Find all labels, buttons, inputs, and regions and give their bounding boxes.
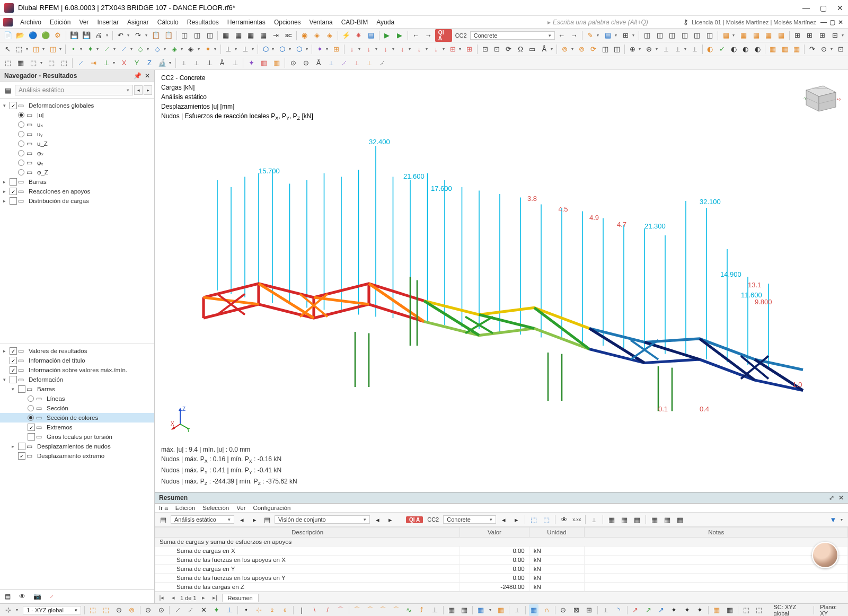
navigator-close-icon[interactable]: ✕	[145, 72, 150, 80]
tb1-k-icon[interactable]: ◈	[324, 30, 335, 41]
tb2-zk-icon[interactable]: ⟳	[588, 43, 598, 55]
tb3-h-icon[interactable]: ⊥	[100, 57, 112, 69]
refresh-icon[interactable]: 🔵	[27, 30, 39, 41]
tb3-b-icon[interactable]: ▦	[15, 57, 26, 69]
tb2-zc-icon[interactable]: ⊡	[480, 43, 490, 55]
tree-item[interactable]: ▭Desplazamiento extremo	[0, 451, 154, 461]
tb2-j-icon[interactable]: ◇	[152, 43, 163, 55]
sb-p-icon[interactable]: |	[297, 604, 306, 616]
tb1-d-icon[interactable]: ▦	[220, 30, 232, 41]
sb-h-icon[interactable]: ⟋	[186, 604, 196, 616]
tb3-e-icon[interactable]: ⬚	[58, 57, 70, 69]
tb3-y-icon[interactable]: Y	[131, 57, 143, 69]
sb-u-icon[interactable]: ⌒	[365, 604, 375, 616]
tb2-p-icon[interactable]: ⬡	[260, 43, 271, 55]
license-icon[interactable]: ⚷	[680, 16, 692, 28]
sb-g-icon[interactable]: ⟋	[173, 604, 182, 616]
tb2-zg-icon[interactable]: ▭	[527, 43, 537, 55]
tb2-zt-icon[interactable]: ✓	[717, 43, 727, 55]
menu-insertar[interactable]: Insertar	[93, 19, 123, 26]
tb2-u-icon[interactable]: ↓	[347, 43, 357, 55]
menu-ver[interactable]: Ver	[75, 19, 93, 26]
navigator-tree-bottom[interactable]: ▸▭Valores de resultados▭Información del …	[0, 344, 154, 589]
minimize-button[interactable]: —	[802, 4, 810, 12]
sum-prev1-icon[interactable]: ◂	[236, 514, 247, 525]
tb1-j-icon[interactable]: ◈	[312, 30, 323, 41]
tb1-e-icon[interactable]: ▦	[233, 30, 244, 41]
tb3-v-icon[interactable]: ⟂	[351, 57, 363, 69]
tb1-r-icon[interactable]: ▤	[602, 30, 614, 41]
sum-page-next-icon[interactable]: ▸	[199, 594, 208, 601]
loadcase-combo[interactable]: Concrete▾	[470, 31, 555, 40]
navigator-tree-top[interactable]: ▾▭Deformaciones globales▭|u|▭uₓ▭uᵧ▭u_Z▭φ…	[0, 99, 154, 344]
sum-t4-icon[interactable]: ⬚	[541, 514, 552, 525]
sb-f-icon[interactable]: ⊙	[156, 604, 166, 616]
sb-l-icon[interactable]: •	[241, 604, 251, 616]
saveall-icon[interactable]: 💾	[81, 30, 93, 41]
sum-t7-icon[interactable]: ⟂	[589, 514, 599, 525]
tb2-zz-icon[interactable]: ▦	[791, 43, 802, 55]
sum-next1-icon[interactable]: ▸	[249, 514, 260, 525]
sb-n-icon[interactable]: 2	[267, 604, 277, 616]
sb-zr-icon[interactable]: ✦	[695, 604, 705, 616]
sb-j-icon[interactable]: ✦	[212, 604, 222, 616]
keyword-search[interactable]: Escriba una palabra clave (Alt+Q)	[553, 19, 680, 26]
tb2-m-icon[interactable]: ✦	[202, 43, 213, 55]
tree-item[interactable]: ▸▭Desplazamientos de nudos	[0, 442, 154, 451]
tb3-j-icon[interactable]: ⟂	[191, 57, 202, 69]
tb2-zw-icon[interactable]: ◐	[752, 43, 763, 55]
tb1-w-icon[interactable]: ◫	[679, 30, 691, 41]
tb3-f-icon[interactable]: ⟋	[75, 57, 86, 69]
sb-zv-icon[interactable]: ⬚	[754, 604, 764, 616]
sum-prev3-icon[interactable]: ◂	[498, 514, 509, 525]
print-icon[interactable]: 🖨	[93, 30, 105, 41]
tb1-next-icon[interactable]: →	[422, 30, 434, 41]
tree-item[interactable]: ▭Giros locales por torsión	[0, 432, 154, 442]
tb2-s-icon[interactable]: ✦	[314, 43, 325, 55]
sum-t13-icon[interactable]: ▦	[675, 514, 685, 525]
menu-opciones[interactable]: Opciones	[270, 19, 305, 26]
menu-asignar[interactable]: Asignar	[123, 19, 153, 26]
tb3-t-icon[interactable]: ⟂	[325, 57, 337, 69]
tree-item[interactable]: ▭Sección	[0, 403, 154, 413]
tb3-z-icon[interactable]: Z	[144, 57, 155, 69]
sum-t5-icon[interactable]: 👁	[559, 514, 569, 525]
tb1-l-icon[interactable]: ⚡	[340, 30, 352, 41]
sum-t10-icon[interactable]: ▦	[632, 514, 642, 525]
badge-qia[interactable]: QI A	[435, 29, 452, 42]
tb1-s-icon[interactable]: ⊞	[620, 30, 632, 41]
tree-item[interactable]: ▭Información del título	[0, 356, 154, 365]
sum-t9-icon[interactable]: ▦	[619, 514, 630, 525]
menu-archivo[interactable]: Archivo	[16, 19, 46, 26]
tb2-v-icon[interactable]: ↓	[364, 43, 374, 55]
tb1-v-icon[interactable]: ◫	[666, 30, 678, 41]
sb-r-icon[interactable]: /	[323, 604, 332, 616]
tb3-r-icon[interactable]: ⊙	[300, 57, 312, 69]
sb-c-icon[interactable]: ⊙	[114, 604, 123, 616]
tb2-n-icon[interactable]: ⊥	[223, 43, 234, 55]
nav-prev-button[interactable]: ◂	[134, 85, 143, 95]
tb3-u-icon[interactable]: ⟋	[338, 57, 350, 69]
sb-b-icon[interactable]: ⬚	[101, 604, 110, 616]
tb3-a-icon[interactable]: ⬚	[2, 57, 14, 69]
sb-zh-icon[interactable]: ⊙	[559, 604, 568, 616]
sum-t3-icon[interactable]: ⬚	[528, 514, 539, 525]
tb3-w-icon[interactable]: ⟂	[364, 57, 375, 69]
tb2-ze-icon[interactable]: ⟳	[504, 43, 514, 55]
tb3-q-icon[interactable]: ⊙	[287, 57, 299, 69]
sum-t8-icon[interactable]: ▦	[606, 514, 617, 525]
sb-w-icon[interactable]: ⌒	[391, 604, 401, 616]
sum-badge-qia[interactable]: QI A	[406, 516, 423, 523]
tree-item[interactable]: ▭Líneas	[0, 394, 154, 403]
tb2-zm-icon[interactable]: ◫	[612, 43, 622, 55]
nav-bottom-cam-icon[interactable]: 📷	[32, 592, 42, 601]
sb-x-icon[interactable]: ∿	[404, 604, 413, 616]
tb2-zo-icon[interactable]: ⊕	[644, 43, 655, 55]
sum-page-last-icon[interactable]: ▸|	[210, 594, 220, 601]
tree-item[interactable]: ▭|u|	[0, 110, 154, 120]
sb-zd-icon[interactable]: ▦	[496, 604, 505, 616]
sum-page-prev-icon[interactable]: ◂	[169, 594, 178, 601]
sb-zp-icon[interactable]: ✦	[669, 604, 679, 616]
tb3-g-icon[interactable]: ⇥	[87, 57, 99, 69]
tb2-g-icon[interactable]: ⟋	[102, 43, 112, 55]
